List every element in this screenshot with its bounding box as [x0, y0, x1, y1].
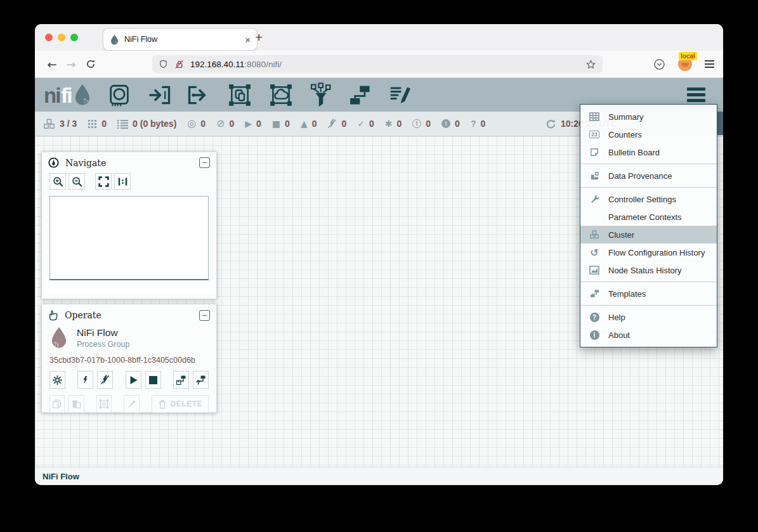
- processor-draggable-icon[interactable]: [107, 83, 131, 107]
- copy-button[interactable]: [49, 395, 65, 413]
- menu-item-parameter-contexts[interactable]: Parameter Contexts: [580, 208, 717, 226]
- stat-stale: ↑ 0: [412, 119, 431, 129]
- menu-item-controller-settings[interactable]: Controller Settings: [580, 190, 717, 208]
- group-button[interactable]: [96, 395, 112, 413]
- breadcrumb[interactable]: NiFi Flow: [42, 472, 79, 481]
- bookmark-star-icon[interactable]: [585, 59, 596, 70]
- delete-button[interactable]: DELETE: [152, 395, 209, 413]
- close-window-button[interactable]: [45, 34, 53, 41]
- navigate-panel: Navigate −: [41, 152, 217, 299]
- zoom-fit-button[interactable]: [95, 173, 112, 190]
- hand-icon: [48, 309, 58, 321]
- locally-modified-stale-count: 0: [455, 119, 460, 129]
- new-tab-button[interactable]: +: [255, 30, 263, 45]
- nifi-logo-fi: fi: [61, 84, 71, 107]
- output-port-draggable-icon[interactable]: [187, 83, 211, 107]
- process-group-draggable-icon[interactable]: [227, 83, 252, 107]
- stat-locally-modified: ✱ 0: [385, 119, 402, 129]
- back-icon[interactable]: ←: [42, 58, 62, 71]
- browser-navbar: ← → 192.168.40.11:8080/nifi/: [35, 51, 723, 78]
- locally-modified-stale-icon: !: [441, 119, 450, 128]
- menu-item-flow-configuration-history[interactable]: ↺ Flow Configuration History: [580, 243, 717, 261]
- summary-table-icon: [589, 112, 599, 121]
- stat-locally-modified-stale: ! 0: [441, 119, 460, 129]
- minimize-window-button[interactable]: [58, 34, 65, 41]
- nifi-logo: nifi: [44, 83, 92, 107]
- status-bar-right-remnant: [717, 112, 723, 135]
- stop-button[interactable]: [145, 371, 161, 389]
- save-template-button[interactable]: [173, 371, 189, 389]
- menu-item-templates[interactable]: Templates: [580, 285, 717, 302]
- process-group-logo-icon: [49, 326, 69, 350]
- refresh-icon[interactable]: [546, 119, 556, 129]
- configure-button[interactable]: [49, 371, 65, 389]
- cluster-cubes-icon: [589, 230, 599, 239]
- maximize-window-button[interactable]: [70, 34, 78, 41]
- tab-close-icon[interactable]: ×: [245, 34, 251, 45]
- stat-not-transmitting: ⊘ 0: [216, 119, 234, 129]
- stat-sync-failure: ? 0: [471, 119, 485, 129]
- browser-window: NiFi Flow × + ← → 192.168.40.11:8080/nif…: [35, 24, 723, 485]
- menu-item-node-status-history[interactable]: Node Status History: [580, 261, 717, 279]
- stat-disabled: 0: [327, 119, 346, 129]
- cluster-count: 3 / 3: [60, 119, 77, 129]
- paste-button[interactable]: [69, 395, 84, 413]
- remote-process-group-draggable-icon[interactable]: [268, 83, 294, 107]
- zoom-in-button[interactable]: [49, 173, 66, 190]
- locally-modified-asterisk-icon: ✱: [385, 119, 393, 128]
- zoom-out-button[interactable]: [69, 173, 85, 190]
- url-bar[interactable]: 192.168.40.11:8080/nifi/: [152, 55, 603, 73]
- nifi-logo-drop-icon: [73, 83, 92, 107]
- menu-item-bulletin-board[interactable]: Bulletin Board: [580, 143, 717, 161]
- about-icon: i: [590, 330, 599, 340]
- birdseye-minimap[interactable]: [49, 196, 209, 280]
- menu-item-data-provenance[interactable]: Data Provenance: [580, 167, 717, 185]
- forward-icon[interactable]: →: [62, 58, 81, 71]
- zoom-actual-size-button[interactable]: [114, 173, 131, 190]
- menu-divider: [580, 305, 717, 306]
- start-button[interactable]: [126, 371, 141, 389]
- active-threads-count: 0: [101, 119, 107, 129]
- locally-modified-count: 0: [397, 119, 402, 129]
- help-icon: ?: [590, 313, 599, 322]
- active-threads-icon: [88, 119, 97, 129]
- transmitting-icon: ◎: [187, 119, 196, 129]
- tab-title: NiFi Flow: [124, 35, 240, 44]
- browser-tab[interactable]: NiFi Flow ×: [103, 29, 257, 50]
- template-draggable-icon[interactable]: [348, 84, 372, 107]
- fill-color-button[interactable]: [124, 395, 139, 413]
- global-menu-button[interactable]: [687, 88, 705, 102]
- reload-icon[interactable]: [86, 59, 96, 69]
- funnel-draggable-icon[interactable]: [310, 82, 332, 108]
- menu-item-counters[interactable]: 23 Counters: [580, 126, 717, 143]
- insecure-lock-icon[interactable]: [174, 59, 185, 70]
- operate-panel: Operate − NiFi Flow Process Group 35cbd3…: [41, 304, 217, 413]
- queued-count: 0 (0 bytes): [133, 119, 176, 129]
- stopped-icon: ■: [272, 119, 280, 128]
- delete-button-label: DELETE: [171, 399, 202, 408]
- running-icon: ▶: [245, 119, 252, 128]
- stat-stopped: ■ 0: [272, 119, 290, 129]
- profile-avatar[interactable]: local: [678, 57, 692, 71]
- stat-threads: 0: [88, 119, 107, 129]
- sync-failure-icon: ?: [471, 119, 476, 128]
- operate-collapse-button[interactable]: −: [199, 310, 210, 321]
- menu-item-help[interactable]: ? Help: [580, 308, 717, 326]
- menu-item-summary[interactable]: Summary: [580, 108, 717, 126]
- stale-up-arrow-icon: ↑: [412, 119, 421, 128]
- disable-button[interactable]: [97, 371, 113, 389]
- upload-template-button[interactable]: [193, 371, 209, 389]
- label-draggable-icon[interactable]: [388, 84, 412, 107]
- pocket-icon[interactable]: [653, 58, 665, 70]
- navigate-collapse-button[interactable]: −: [199, 157, 210, 168]
- menu-item-cluster[interactable]: Cluster: [580, 226, 717, 243]
- tab-strip: NiFi Flow × +: [35, 24, 723, 51]
- menu-item-about[interactable]: i About: [580, 326, 717, 344]
- component-id: 35cbd3b7-017b-1000-8bff-1c3405c00d6b: [42, 350, 216, 365]
- menu-divider: [580, 187, 717, 188]
- shield-permissions-icon[interactable]: [159, 59, 168, 69]
- enable-button[interactable]: [77, 371, 93, 389]
- firefox-menu-icon[interactable]: [705, 60, 714, 68]
- stat-running: ▶ 0: [245, 119, 261, 129]
- input-port-draggable-icon[interactable]: [147, 83, 171, 107]
